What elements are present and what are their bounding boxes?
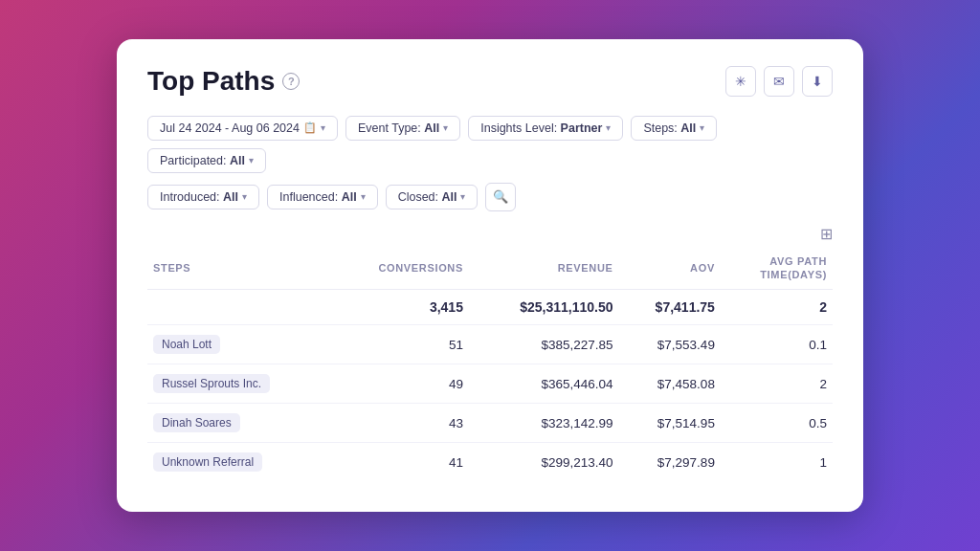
search-button[interactable]: 🔍 — [485, 183, 516, 211]
pin-button[interactable]: ✳ — [725, 66, 756, 97]
col-header-revenue: REVENUE — [469, 247, 619, 290]
email-button[interactable]: ✉ — [764, 66, 794, 97]
download-icon: ⬇ — [812, 74, 823, 89]
summary-conversions: 3,415 — [331, 290, 469, 325]
table-row: Noah Lott 51 $385,227.85 $7,553.49 0.1 — [147, 325, 833, 364]
summary-revenue: $25,311,110.50 — [469, 290, 619, 325]
col-header-aov: AOV — [619, 247, 721, 290]
row-conversions: 51 — [331, 325, 469, 364]
introduced-filter[interactable]: Introduced: All ▾ — [147, 185, 259, 209]
chevron-down-icon: ▾ — [700, 122, 704, 133]
steps-filter[interactable]: Steps: All ▾ — [631, 116, 717, 141]
summary-avg-path-days: 2 — [721, 290, 833, 325]
row-revenue: $323,142.99 — [469, 404, 619, 443]
header-actions: ✳ ✉ ⬇ — [725, 66, 833, 97]
pin-icon: ✳ — [735, 74, 746, 89]
table-row: Unknown Referral 41 $299,213.40 $7,297.8… — [147, 443, 833, 482]
data-table-wrapper: STEPS CONVERSIONS REVENUE AOV AVG PATHTI… — [147, 247, 833, 482]
row-conversions: 49 — [331, 364, 469, 404]
row-revenue: $385,227.85 — [469, 325, 619, 364]
chevron-down-icon: ▾ — [606, 122, 611, 133]
card-header: Top Paths ? ✳ ✉ ⬇ — [147, 66, 833, 97]
layout-toggle-icon[interactable]: ⊞ — [820, 225, 833, 243]
help-icon[interactable]: ? — [282, 73, 300, 90]
mail-icon: ✉ — [773, 74, 785, 89]
row-steps: Noah Lott — [147, 325, 331, 364]
row-avg-path-days: 2 — [721, 364, 833, 404]
top-paths-card: Top Paths ? ✳ ✉ ⬇ Jul 24 2024 - Aug 06 2… — [117, 39, 863, 513]
page-title: Top Paths — [147, 66, 275, 97]
closed-filter[interactable]: Closed: All ▾ — [386, 185, 479, 209]
insights-level-filter[interactable]: Insights Level: Partner ▾ — [468, 116, 623, 141]
row-avg-path-days: 0.5 — [721, 404, 833, 443]
row-aov: $7,553.49 — [619, 325, 721, 364]
download-button[interactable]: ⬇ — [802, 66, 833, 97]
chevron-down-icon: ▾ — [249, 155, 254, 165]
top-paths-table: STEPS CONVERSIONS REVENUE AOV AVG PATHTI… — [147, 247, 833, 482]
row-aov: $7,514.95 — [619, 404, 721, 443]
table-row: Russel Sprouts Inc. 49 $365,446.04 $7,45… — [147, 364, 833, 404]
filters-row-1: Jul 24 2024 - Aug 06 2024 📋 ▾ Event Type… — [147, 116, 833, 173]
col-header-steps: STEPS — [147, 247, 331, 290]
influenced-filter[interactable]: Influenced: All ▾ — [267, 185, 378, 209]
row-avg-path-days: 0.1 — [721, 325, 833, 364]
summary-steps — [147, 290, 331, 325]
row-steps: Unknown Referral — [147, 443, 331, 482]
date-range-filter[interactable]: Jul 24 2024 - Aug 06 2024 📋 ▾ — [147, 116, 338, 141]
chevron-down-icon: ▾ — [460, 191, 465, 202]
col-header-conversions: CONVERSIONS — [331, 247, 469, 290]
row-revenue: $365,446.04 — [469, 364, 619, 404]
chevron-down-icon: ▾ — [321, 122, 325, 133]
row-steps: Dinah Soares — [147, 404, 331, 443]
col-header-avg-path-time: AVG PATHTIME(DAYS) — [721, 247, 833, 290]
event-type-filter[interactable]: Event Type: All ▾ — [345, 116, 460, 141]
chevron-down-icon: ▾ — [242, 191, 247, 202]
row-aov: $7,458.08 — [619, 364, 721, 404]
filters-row-2: Introduced: All ▾ Influenced: All ▾ Clos… — [147, 183, 833, 211]
row-revenue: $299,213.40 — [469, 443, 619, 482]
chevron-down-icon: ▾ — [443, 122, 448, 133]
table-row: Dinah Soares 43 $323,142.99 $7,514.95 0.… — [147, 404, 833, 443]
row-steps: Russel Sprouts Inc. — [147, 364, 331, 404]
search-icon: 🔍 — [493, 189, 508, 204]
row-conversions: 43 — [331, 404, 469, 443]
summary-row: 3,415 $25,311,110.50 $7,411.75 2 — [147, 290, 833, 325]
header-left: Top Paths ? — [147, 66, 300, 97]
participated-filter[interactable]: Participated: All ▾ — [147, 148, 266, 173]
row-aov: $7,297.89 — [619, 443, 721, 482]
chevron-down-icon: ▾ — [361, 191, 366, 202]
row-avg-path-days: 1 — [721, 443, 833, 482]
summary-aov: $7,411.75 — [619, 290, 721, 325]
row-conversions: 41 — [331, 443, 469, 482]
